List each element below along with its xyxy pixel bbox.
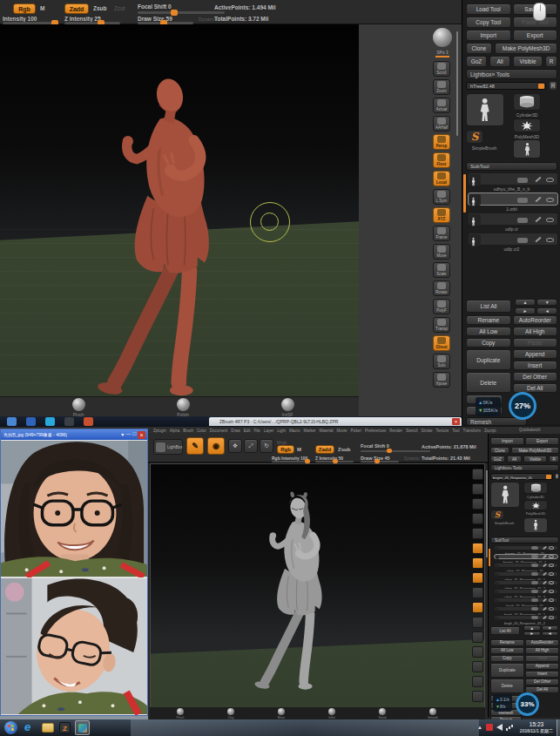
list-all-button-2[interactable]: List All — [490, 626, 520, 635]
maximize-icon[interactable]: □ — [132, 431, 136, 439]
shelf-button-actual[interactable]: Actual — [433, 98, 450, 113]
strip-app-icon[interactable] — [45, 417, 55, 426]
tool-name-r-button[interactable]: R — [549, 81, 557, 91]
zadd-button[interactable]: Zadd — [64, 3, 89, 14]
figure-tool-thumbnail[interactable] — [513, 139, 541, 159]
shelf-button-xpose[interactable]: Xpose — [433, 372, 450, 388]
subtool-visibility-pill[interactable] — [517, 218, 528, 223]
visible-button[interactable]: Visible — [513, 56, 543, 67]
subtool-eye-icon[interactable] — [549, 581, 554, 584]
menu-brush[interactable]: Brush — [183, 429, 193, 433]
net-speed-widget-2[interactable]: ▲0.1/s ▼8/s — [493, 694, 512, 712]
tray-brush-initsf[interactable]: InitSF — [261, 398, 314, 417]
panel-button-delother[interactable]: Del Other — [513, 372, 558, 382]
simplebrush-thumbnail-2[interactable]: S — [490, 510, 504, 520]
spix-slider[interactable]: SPix 3 — [434, 51, 451, 57]
shelf2-button[interactable] — [472, 513, 483, 524]
subtool-visibility-pill[interactable] — [531, 581, 538, 584]
tool-name-r-button-2[interactable]: R — [555, 473, 559, 480]
subtool-paint-icon[interactable] — [535, 216, 541, 222]
shelf2-button[interactable] — [472, 676, 483, 687]
window-title-fragment[interactable]: ZBrush 4R7 P3 - C:/Users/…/QPRP-QBL2-9LT… — [209, 417, 462, 426]
subtool-eye-icon[interactable] — [549, 616, 554, 619]
menu-file[interactable]: File — [254, 429, 260, 433]
panel-button-export[interactable]: Export — [525, 437, 559, 445]
subtool-paint-icon[interactable] — [543, 581, 547, 585]
shelf-button-persp[interactable]: Persp — [433, 134, 450, 150]
panel-button-autoreorder[interactable]: AutoReorder — [525, 639, 559, 646]
shelf2-button[interactable] — [472, 469, 483, 480]
shelf2-button[interactable] — [472, 587, 483, 598]
zcut-button[interactable]: Zcut — [114, 6, 125, 12]
m-button[interactable]: M — [40, 6, 44, 12]
shelf2-button[interactable] — [472, 572, 483, 584]
subtool-eye-icon[interactable] — [549, 546, 554, 550]
scale-mode-button[interactable]: ⤢ — [244, 439, 258, 453]
zsub-button[interactable]: Zsub — [93, 6, 107, 12]
shelf2-button[interactable] — [472, 691, 483, 702]
goz-button-2[interactable]: GoZ — [490, 456, 505, 463]
lightbox-tools-button[interactable]: Lightbox» Tools — [466, 69, 557, 79]
focal-shift-label[interactable]: Focal Shift 0 — [138, 4, 172, 10]
simplebrush-thumbnail[interactable]: S — [466, 130, 483, 144]
shelf-button-frame[interactable]: Frame — [433, 226, 450, 241]
subtool-visibility-pill[interactable] — [531, 590, 538, 593]
subtool-item[interactable] — [494, 563, 558, 568]
cylinder3d-thumbnail[interactable] — [513, 93, 541, 111]
reference-photo-side[interactable] — [1, 577, 147, 715]
menu-alpha[interactable]: Alpha — [170, 429, 180, 433]
m-button-2[interactable]: M — [297, 447, 301, 452]
visible-button-2[interactable]: Visible — [523, 456, 547, 463]
lightbox-button[interactable]: LightBox — [153, 439, 183, 455]
subtool-item[interactable] — [494, 589, 558, 594]
tray-brush-polish[interactable]: Polish — [157, 398, 209, 417]
net-speed-widget[interactable]: ▲0K/s ▼305K/s — [476, 397, 501, 416]
tray-brush-inflat[interactable]: Inflat — [315, 708, 348, 719]
subtool-visibility-pill[interactable] — [531, 546, 538, 550]
cylinder3d-thumbnail-2[interactable] — [523, 482, 548, 494]
tray-expand-icon[interactable]: ▲ — [477, 725, 482, 730]
subtool-eye-icon[interactable] — [549, 555, 554, 558]
subtool-item[interactable] — [468, 192, 558, 206]
figure-tool-thumbnail-2[interactable] — [523, 517, 548, 533]
menu-texture[interactable]: Texture — [436, 429, 449, 433]
rgb-button-2[interactable]: Rgb — [277, 445, 294, 454]
panel-button-delother[interactable]: Del Other — [525, 679, 559, 685]
close-icon[interactable]: × — [138, 431, 145, 439]
panel-button-duplicate[interactable]: Duplicate — [466, 349, 511, 370]
tray-brush-clay[interactable]: Clay — [214, 708, 247, 719]
shelf-button-local[interactable]: Local — [433, 171, 450, 186]
menu-zscript[interactable]: Zscript — [484, 429, 496, 433]
current-tool-thumbnail[interactable] — [466, 93, 504, 126]
move-mode-button[interactable]: ✥ — [228, 439, 242, 453]
panel-button-alllow[interactable]: All Low — [490, 647, 524, 654]
menu-icon[interactable]: ▾ — [121, 431, 124, 439]
subtool-item[interactable] — [494, 615, 558, 620]
focal-shift-label-2[interactable]: Focal Shift 0 — [361, 444, 389, 449]
photo-viewer-taskbar-icon[interactable] — [75, 720, 90, 735]
panel-button-allhigh[interactable]: All High — [513, 327, 558, 336]
subtool-visibility-pill[interactable] — [517, 178, 528, 183]
panel-button-paste[interactable]: Paste — [513, 338, 558, 348]
clone-button[interactable]: Clone — [466, 43, 492, 54]
reference-photo-front[interactable] — [1, 440, 147, 577]
subtool-arrow-button[interactable]: ▼ — [536, 299, 557, 306]
shelf-button-polyf[interactable]: PolyF — [433, 299, 450, 314]
zbrush-taskbar-icon[interactable]: Z — [59, 722, 71, 733]
shelf-button-transp[interactable]: Transp — [433, 317, 450, 333]
shelf-button-xyz[interactable]: XYZ — [433, 207, 450, 223]
subtool-item[interactable] — [494, 580, 558, 585]
shelf2-button[interactable] — [472, 543, 483, 554]
menu-layer[interactable]: Layer — [264, 429, 273, 433]
menu-light[interactable]: Light — [277, 429, 286, 433]
subtool-eye-icon[interactable] — [549, 564, 554, 567]
panel-button-delete[interactable]: Delete — [490, 679, 524, 693]
menu-marker[interactable]: Marker — [303, 429, 315, 433]
subtool-eye-icon[interactable] — [546, 218, 554, 222]
menu-movie[interactable]: Movie — [336, 429, 347, 433]
photo-viewer-titlebar[interactable]: 先拍乳.jpg (949×799像素 - 4096) ▾ — □ × — [1, 429, 147, 440]
shelf-button-solo[interactable]: Solo — [433, 354, 450, 369]
subtool-visibility-pill[interactable] — [531, 598, 538, 602]
subtool-visibility-pill[interactable] — [531, 607, 538, 611]
guard-ball-27[interactable]: 27% — [509, 392, 536, 420]
